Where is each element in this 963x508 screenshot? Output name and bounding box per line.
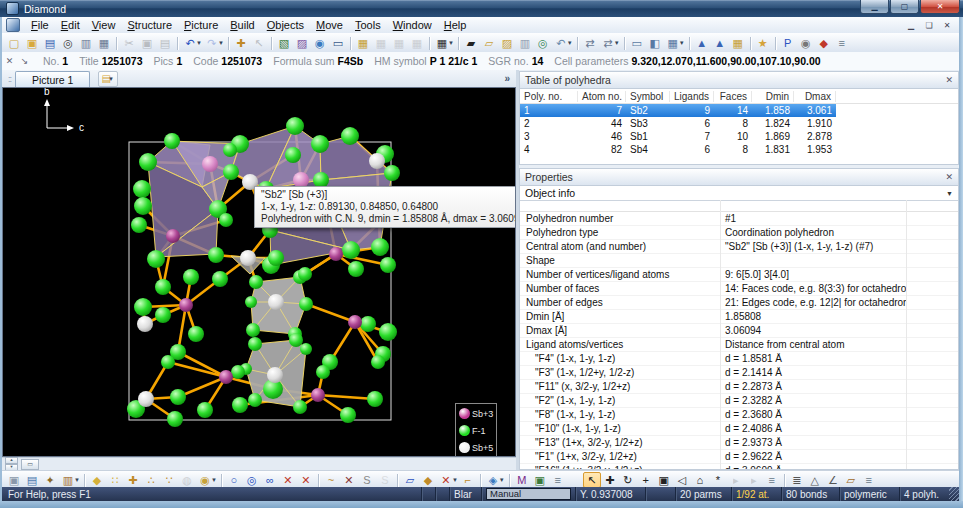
copy-picture-button[interactable]: ▣ [5, 472, 23, 488]
copy-button[interactable]: ▣ [138, 35, 156, 51]
layout-table-button[interactable]: ▦ [664, 35, 682, 51]
powder-pattern-button[interactable]: P [779, 35, 797, 51]
overflow-3-button[interactable]: ≡ [860, 472, 878, 488]
toolbar-overflow-button[interactable]: ≡ [833, 35, 851, 51]
resize-grip[interactable] [949, 487, 959, 501]
menu-tools[interactable]: Tools [349, 18, 387, 32]
layout-single-button[interactable]: ▭ [628, 35, 646, 51]
menu-window[interactable]: Window [387, 18, 438, 32]
property-row[interactable]: "F11" (x, 3/2-y, 1/2+z)d = 2.2873 Å [520, 380, 958, 394]
measure-mode-button[interactable]: M [513, 472, 531, 488]
picture-frame-button[interactable]: ▭ [329, 35, 347, 51]
find-button[interactable]: ◎ [59, 35, 77, 51]
column-header-faces[interactable]: Faces [714, 91, 752, 102]
property-row[interactable]: Number of faces14: Faces code, e.g. 8(3:… [520, 282, 958, 296]
chart-distances-button[interactable]: ▲ [693, 35, 711, 51]
menu-build[interactable]: Build [224, 18, 260, 32]
picture-folder-button[interactable]: ▨ [498, 35, 516, 51]
molecule-fragment-button[interactable]: ◍ [178, 472, 196, 488]
print-preview-button[interactable]: ▥ [77, 35, 95, 51]
bond-sphere-2-button[interactable]: S [376, 472, 394, 488]
new-picture-button[interactable]: ▤ ▼ [98, 71, 117, 87]
table-row[interactable]: 482Sb4681.8311.953 [520, 143, 836, 156]
save-picture-button[interactable]: ▥ [59, 472, 77, 488]
menu-help[interactable]: Help [438, 18, 473, 32]
cut-button[interactable]: ✂ [120, 35, 138, 51]
rotate-tool-button[interactable]: ↻ [619, 472, 637, 488]
connect-atoms-button[interactable]: ∴ [142, 472, 160, 488]
coordination-sphere-button[interactable]: ○ [225, 472, 243, 488]
walk-mode-button[interactable]: ◆ [815, 35, 833, 51]
perspective-tool-button[interactable]: ◁ [673, 472, 691, 488]
new-picture-button[interactable]: ▱ [480, 35, 498, 51]
coordination-filled-button[interactable]: ◎ [243, 472, 261, 488]
shift-tool-button[interactable]: + [637, 472, 655, 488]
property-row[interactable]: "F10" (1-x, 1-y, 1-z)d = 2.4086 Å [520, 422, 958, 436]
property-row[interactable]: Central atom (and number)"Sb2" [Sb (+3)]… [520, 240, 958, 254]
property-row[interactable]: Polyhedron typeCoordination polyhedron [520, 226, 958, 240]
property-row[interactable]: Polyhedron number#1 [520, 212, 958, 226]
picture-copy-button[interactable]: ▥ [516, 35, 534, 51]
maximize-button[interactable]: ▢ [890, 0, 919, 14]
property-row[interactable]: "F16" (1+x, 3/2-y, 1/2+z)d = 3.0609 Å [520, 464, 958, 469]
canvas-mini-button[interactable]: ▭ [21, 459, 39, 470]
structure-canvas[interactable]: bc "Sb2" [Sb (+3)]1-x, 1-y, 1-z: 0.89130… [2, 87, 516, 457]
add-atoms-button[interactable]: ∷ [106, 472, 124, 488]
move-tool-button[interactable]: ✚ [601, 472, 619, 488]
connectivity-button[interactable]: ∞ [261, 472, 279, 488]
child-minimize-button[interactable]: ▁ [903, 19, 919, 31]
history-button[interactable]: ↶ [552, 35, 570, 51]
minimize-button[interactable]: ▁ [860, 0, 889, 14]
property-row[interactable]: "F13" (1+x, 3/2-y, 1/2+z)d = 2.9373 Å [520, 436, 958, 450]
measure-angle-button[interactable]: ∠ [824, 472, 842, 488]
menu-view[interactable]: View [86, 18, 122, 32]
pointer-button[interactable]: ↖ [250, 35, 268, 51]
menu-structure[interactable]: Structure [121, 18, 178, 32]
create-bond-button[interactable]: ~ [322, 472, 340, 488]
property-row[interactable]: "F4" (1-x, 1-y, 1-z)d = 1.8581 Å [520, 352, 958, 366]
delete-bonds-button[interactable]: ✕ [340, 472, 358, 488]
tab-overflow-button[interactable]: » [504, 73, 516, 84]
build-lattice-button[interactable]: ∵ [160, 472, 178, 488]
menu-file[interactable]: File [25, 18, 55, 32]
print-button[interactable]: ▦ [95, 35, 113, 51]
zoom-tool-button[interactable]: ▣ [655, 472, 673, 488]
data-table-2-button[interactable]: ▦ [372, 35, 390, 51]
fill-cell-button[interactable]: ◉ [196, 472, 214, 488]
child-restore-button[interactable]: ❏ [921, 19, 937, 31]
paste-button[interactable]: ▤ [156, 35, 174, 51]
polyhedra-delete-button[interactable]: ✕ [437, 472, 455, 488]
export-data-button[interactable]: ⇄ [581, 35, 599, 51]
close-button[interactable]: ✕ [920, 0, 960, 14]
chart-histogram-button[interactable]: ▲ [711, 35, 729, 51]
save-document-button[interactable]: ▤ [41, 35, 59, 51]
hydrogen-bonds-button[interactable]: ⌐ [459, 472, 477, 488]
property-row[interactable]: Ligand atoms/verticesDistance from centr… [520, 338, 958, 352]
select-tool-button[interactable]: ↖ [583, 472, 601, 488]
picture-window-button[interactable]: ▧ [275, 35, 293, 51]
destroy-2-button[interactable]: ✕ [297, 472, 315, 488]
overflow-2-button[interactable]: ≡ [763, 472, 781, 488]
table-panel-close-icon[interactable]: ✕ [945, 75, 953, 85]
properties-view-select[interactable]: Object info ▼ [520, 186, 958, 201]
chart-table-button[interactable]: ▦ [729, 35, 747, 51]
export-picture-button[interactable]: ⇄ [599, 35, 617, 51]
picture-revert-button[interactable]: ◎ [534, 35, 552, 51]
anim-play-button[interactable]: ▸ [745, 472, 763, 488]
column-header-dmax[interactable]: Dmax [794, 91, 836, 102]
property-row[interactable]: Dmax [Å]3.06094 [520, 324, 958, 338]
tab-picture-1[interactable]: Picture 1 [15, 71, 90, 87]
properties-panel-close-icon[interactable]: ✕ [945, 172, 953, 182]
open-document-button[interactable]: ▣ [23, 35, 41, 51]
measure-triangle-button[interactable]: △ [806, 472, 824, 488]
table-row[interactable]: 17Sb29141.8583.061 [520, 104, 836, 117]
menu-objects[interactable]: Objects [261, 18, 310, 32]
build-polyhedron-button[interactable]: ◆ [88, 472, 106, 488]
polyhedra-cube-button[interactable]: ▱ [401, 472, 419, 488]
grid-options-button[interactable]: ▦ [433, 35, 451, 51]
bond-sphere-1-button[interactable]: S [358, 472, 376, 488]
menu-move[interactable]: Move [310, 18, 349, 32]
column-header-atom-no[interactable]: Atom no. [578, 91, 626, 102]
anim-back-button[interactable]: ▸ [727, 472, 745, 488]
assistant-wizard-button[interactable]: ★ [754, 35, 772, 51]
